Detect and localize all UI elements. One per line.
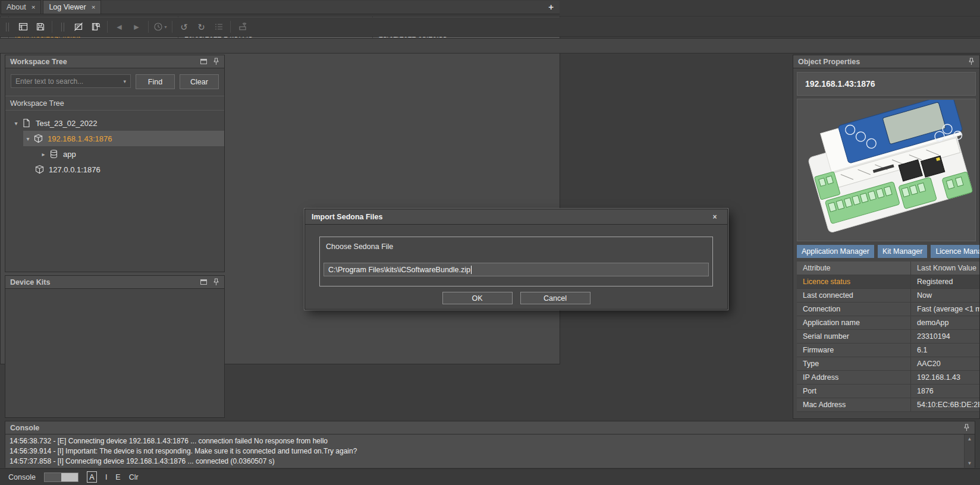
tree-node-project[interactable]: ▾ Test_23_02_2022 xyxy=(5,115,224,131)
back-icon[interactable]: ◀ xyxy=(111,20,127,34)
console-title: Console xyxy=(10,424,39,432)
table-row[interactable]: IP Address 192.168.1.43 xyxy=(797,371,979,385)
pin-icon[interactable] xyxy=(213,278,219,286)
manager-buttons: Application Manager Kit Manager Licence … xyxy=(797,245,980,258)
device-name: 192.168.1.43:1876 xyxy=(797,72,976,96)
toolbar-separator xyxy=(172,21,172,33)
undo-icon[interactable]: ↺ xyxy=(176,20,192,34)
search-placeholder: Enter text to search... xyxy=(15,77,83,86)
device-kits-header: Device Kits xyxy=(5,276,224,289)
table-row[interactable]: Last connected Now xyxy=(797,289,979,303)
object-properties-panel: Object Properties 192.168.1.43:1876 xyxy=(793,55,980,419)
scroll-up-icon[interactable]: ▲ xyxy=(968,436,972,442)
database-icon xyxy=(49,149,59,159)
file-path-input[interactable]: C:\Program Files\kits\iCSoftwareBundle.z… xyxy=(323,263,709,276)
kit-manager-button[interactable]: Kit Manager xyxy=(878,245,927,258)
add-tab-button[interactable]: + xyxy=(548,2,554,12)
workspace-tree-title: Workspace Tree xyxy=(10,58,67,66)
history-icon[interactable]: ▾ xyxy=(152,20,168,34)
find-button[interactable]: Find xyxy=(136,74,175,89)
filter-error-button[interactable]: E xyxy=(115,473,120,481)
console-toggle[interactable] xyxy=(44,473,78,482)
close-icon[interactable]: × xyxy=(32,4,36,11)
application-manager-button[interactable]: Application Manager xyxy=(797,245,874,258)
clear-button[interactable]: Clear xyxy=(180,74,219,89)
choose-file-groupbox: Choose Sedona File C:\Program Files\kits… xyxy=(319,237,713,286)
toolbar-grip-2[interactable] xyxy=(61,23,64,32)
tab-log-viewer[interactable]: Log Viewer × xyxy=(43,0,101,14)
kit-search-icon[interactable] xyxy=(87,20,103,34)
toolbar-separator xyxy=(230,21,231,33)
tree-node-app[interactable]: ▸ app xyxy=(5,146,224,162)
pin-icon[interactable] xyxy=(963,424,970,432)
search-input[interactable]: Enter text to search... ▾ xyxy=(11,74,131,88)
table-row[interactable]: Firmware 6.1 xyxy=(797,344,979,357)
caret-right-icon[interactable]: ▸ xyxy=(39,151,48,158)
toolbar-separator xyxy=(107,21,108,33)
table-row[interactable]: Port 1876 xyxy=(797,385,979,398)
form-edit-icon[interactable] xyxy=(70,20,86,34)
device-cube-icon xyxy=(34,165,45,174)
table-row[interactable]: Serial number 23310194 xyxy=(797,330,979,344)
table-row[interactable]: Connection Fast (average <1 ms) xyxy=(797,303,979,316)
filter-all-button[interactable]: A xyxy=(87,471,97,483)
object-properties-title: Object Properties xyxy=(798,58,860,66)
text-cursor xyxy=(471,266,472,274)
table-row[interactable]: Licence status Registered xyxy=(797,275,979,289)
attributes-table: Attribute Last Known Value Licence statu… xyxy=(797,262,979,412)
status-bar: Console A I E Clr xyxy=(0,468,980,485)
close-icon[interactable]: × xyxy=(92,4,96,11)
restore-icon[interactable] xyxy=(200,59,207,64)
toolbar-separator xyxy=(52,21,52,33)
caret-down-icon[interactable]: ▾ xyxy=(23,136,33,142)
licence-manager-button[interactable]: Licence Manager xyxy=(931,245,980,258)
filter-info-button[interactable]: I xyxy=(105,473,107,481)
forward-icon[interactable]: ▶ xyxy=(128,20,145,34)
restore-icon[interactable] xyxy=(200,279,207,285)
clear-console-button[interactable]: Clr xyxy=(129,473,139,481)
device-image xyxy=(797,99,976,241)
toolbar-grip-1[interactable] xyxy=(6,23,9,32)
console-log: 14:56:38.732 - [E] Connecting device 192… xyxy=(5,434,975,468)
list-icon[interactable] xyxy=(211,20,227,34)
close-icon[interactable]: × xyxy=(709,213,721,221)
workspace-icon[interactable] xyxy=(15,20,31,34)
workspace-tree-panel: Workspace Tree Enter text to search... ▾… xyxy=(5,55,225,272)
ok-button[interactable]: OK xyxy=(442,292,513,304)
object-properties-header: Object Properties xyxy=(793,55,979,68)
attributes-table-header: Attribute Last Known Value xyxy=(797,262,979,275)
toolbar: ◀ ▶ ▾ ↺ ↻ xyxy=(0,17,980,37)
workspace-tree-section-header: Workspace Tree xyxy=(5,96,224,111)
search-dropdown-icon[interactable]: ▾ xyxy=(123,78,126,84)
tree-node-device-selected[interactable]: ▾ 192.168.1.43:1876 xyxy=(5,131,224,146)
table-row[interactable]: Type AAC20 xyxy=(797,357,979,371)
table-row[interactable]: Application name demoApp xyxy=(797,316,979,330)
save-icon[interactable] xyxy=(32,20,48,34)
table-row[interactable]: Mac Address 54:10:EC:6B:DE:2E xyxy=(797,398,979,412)
workspace-tree: ▾ Test_23_02_2022 ▾ 192.168.1.43:1876 ▸ … xyxy=(5,111,224,177)
tab-about[interactable]: About × xyxy=(1,0,41,14)
dock-strip xyxy=(0,38,980,53)
dialog-title-bar[interactable]: Import Sedona Files × xyxy=(305,209,727,225)
redo-icon[interactable]: ↻ xyxy=(193,20,209,34)
cancel-button[interactable]: Cancel xyxy=(520,292,590,304)
dialog-title: Import Sedona Files xyxy=(312,213,382,221)
console-panel: Console 14:56:38.732 - [E] Connecting de… xyxy=(5,421,975,468)
device-link-icon[interactable] xyxy=(234,20,250,34)
import-sedona-files-dialog: Import Sedona Files × Choose Sedona File… xyxy=(304,209,728,310)
device-cube-icon xyxy=(33,134,43,143)
tree-node-label: 192.168.1.43:1876 xyxy=(48,134,112,143)
console-header: Console xyxy=(5,421,975,434)
console-scrollbar[interactable]: ▲ ▼ xyxy=(964,434,975,468)
tab-bar: About × Log Viewer × + xyxy=(1,1,560,14)
scroll-down-icon[interactable]: ▼ xyxy=(968,461,972,466)
tree-node-label: Test_23_02_2022 xyxy=(36,119,97,128)
caret-down-icon[interactable]: ▾ xyxy=(11,120,21,127)
pin-icon[interactable] xyxy=(968,58,975,65)
workspace-tree-header: Workspace Tree xyxy=(5,55,224,68)
device-kits-title: Device Kits xyxy=(10,278,50,286)
document-icon xyxy=(21,118,32,128)
console-line: 14:57:37.858 - [I] Connecting device 192… xyxy=(10,456,960,467)
tree-node-localhost[interactable]: 127.0.0.1:1876 xyxy=(5,162,224,177)
pin-icon[interactable] xyxy=(213,58,219,65)
